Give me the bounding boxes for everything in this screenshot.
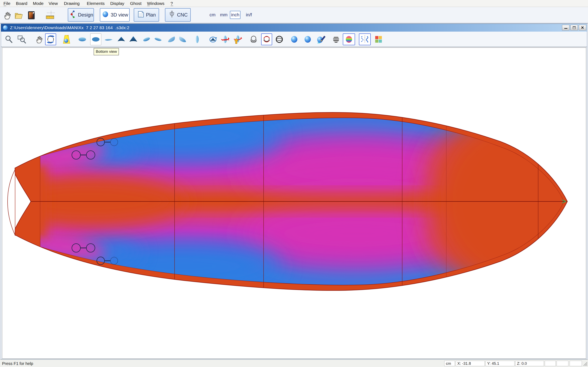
design-on-shape-view-icon[interactable] [315, 33, 326, 45]
perspective-left-view-icon[interactable] [166, 33, 177, 45]
plan-mode-button[interactable]: Plan [134, 8, 159, 22]
board-bottom-view-canvas[interactable]: Bottom view [2, 48, 586, 359]
open-folder-icon[interactable] [13, 9, 25, 21]
status-unit: cm [444, 361, 455, 366]
tooltip: Bottom view [94, 48, 119, 55]
curvature-map-view-icon[interactable] [343, 33, 355, 45]
cnc-icon [168, 10, 176, 19]
minimize-button[interactable] [562, 25, 570, 30]
unit-inch[interactable]: inch [230, 11, 241, 19]
rotate-board-icon[interactable] [208, 33, 218, 45]
app-logo-icon [3, 25, 8, 30]
zoom-icon[interactable] [3, 33, 15, 45]
tilted-top-view-icon[interactable] [141, 33, 152, 45]
shaded-view-icon[interactable] [289, 33, 300, 45]
resize-grip[interactable] [583, 361, 588, 367]
view-toolbar [1, 32, 587, 47]
color-settings-icon[interactable] [373, 33, 384, 45]
perspective-right-view-icon[interactable] [177, 33, 188, 45]
nose-view-icon[interactable] [128, 33, 139, 45]
tilted-bottom-view-icon[interactable] [153, 33, 164, 45]
spin-board-horizontal-icon[interactable] [220, 33, 231, 45]
status-bar: Press F1 for help cm X: -31.8 Y: 45.1 Z:… [0, 359, 588, 367]
shaded-smooth-view-icon[interactable] [302, 33, 313, 45]
save-icon[interactable] [26, 9, 37, 21]
bottom-view-icon[interactable] [90, 33, 101, 45]
status-empty-cell-3 [570, 361, 582, 366]
menu-help[interactable]: ? [171, 0, 173, 7]
menu-ghost[interactable]: Ghost [130, 0, 141, 7]
wireframe-sphere-view-icon[interactable] [274, 33, 285, 45]
main-toolbar: Design 3D view Plan CNC cm mm inch in/f [0, 7, 588, 24]
menu-windows[interactable]: Windows [147, 0, 164, 7]
render-light-icon[interactable] [61, 33, 72, 45]
menu-elements[interactable]: Elements [87, 0, 105, 7]
status-y-coordinate: Y: 45.1 [485, 361, 515, 366]
status-z-coordinate: Z: 0.0 [515, 361, 544, 366]
unit-inf[interactable]: in/f [244, 11, 254, 19]
menu-display[interactable]: Display [110, 0, 124, 7]
cnc-mode-button[interactable]: CNC [165, 8, 191, 22]
zebra-stripes-view-icon[interactable] [330, 33, 342, 45]
top-view-icon[interactable] [77, 33, 88, 45]
tail-view-icon[interactable] [116, 33, 127, 45]
3d-view-mode-button[interactable]: 3D view [100, 8, 130, 22]
status-empty-cell-1 [545, 361, 556, 366]
document-window: Z:\Users\dennery\Downloads\MANIXx 7 2 27… [1, 24, 587, 359]
document-title: Z:\Users\dennery\Downloads\MANIXx 7 2 27… [10, 25, 130, 30]
menu-bar: File Board Mode View Drawing Elements Di… [0, 0, 588, 7]
maximize-button[interactable] [571, 25, 578, 30]
pan-icon[interactable] [34, 33, 45, 45]
menu-board[interactable]: Board [16, 0, 27, 7]
plan-icon [137, 10, 145, 19]
flip-symmetry-view-icon[interactable] [359, 33, 371, 45]
wireframe-slices-view-icon[interactable] [261, 33, 272, 45]
close-button[interactable]: ✕ [579, 25, 586, 30]
unit-cm[interactable]: cm [208, 11, 217, 19]
surfboard-curvature-map [2, 48, 586, 359]
sphere-icon [101, 10, 109, 20]
design-mode-button[interactable]: Design [68, 8, 94, 22]
status-empty-cell-2 [557, 361, 568, 366]
tail-profile-outline [8, 169, 15, 236]
document-title-bar[interactable]: Z:\Users\dennery\Downloads\MANIXx 7 2 27… [1, 24, 587, 32]
design-label: Design [78, 12, 93, 18]
rotate-view-icon[interactable] [45, 33, 56, 45]
status-help-text: Press F1 for help [2, 361, 33, 366]
front-view-icon[interactable] [192, 33, 203, 45]
wireframe-view-icon[interactable] [248, 33, 259, 45]
menu-view[interactable]: View [49, 0, 58, 7]
zoom-window-icon[interactable] [16, 33, 27, 45]
side-view-icon[interactable] [103, 33, 114, 45]
menu-file[interactable]: File [3, 0, 10, 7]
design-icon [69, 10, 77, 20]
status-x-coordinate: X: -31.8 [456, 361, 485, 366]
cnc-label: CNC [177, 12, 188, 18]
menu-mode[interactable]: Mode [33, 0, 44, 7]
measure-ruler-icon[interactable] [44, 9, 56, 21]
pointer-hand-icon[interactable] [2, 9, 13, 21]
unit-mm[interactable]: mm [219, 11, 229, 19]
3d-view-label: 3D view [111, 12, 128, 18]
plan-label: Plan [146, 12, 156, 18]
spin-board-vertical-icon[interactable] [232, 33, 243, 45]
menu-drawing[interactable]: Drawing [64, 0, 80, 7]
